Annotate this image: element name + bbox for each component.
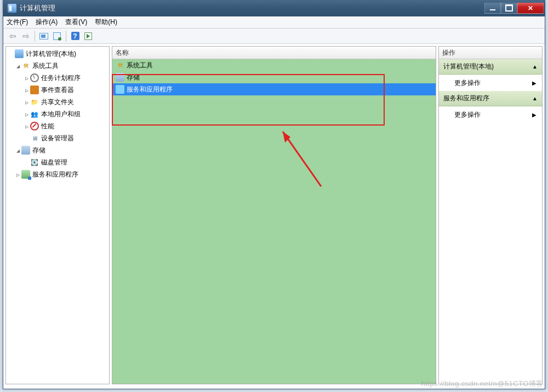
actions-group-computer-mgmt[interactable]: 计算机管理(本地) ▲ <box>439 59 542 75</box>
tree-label: 存储 <box>32 146 45 155</box>
action-more-2[interactable]: 更多操作 ▶ <box>439 106 542 123</box>
chevron-up-icon: ▲ <box>532 64 538 70</box>
expand-icon[interactable]: ▷ <box>24 111 30 117</box>
list-label: 存储 <box>127 73 140 82</box>
toolbar-separator <box>66 31 66 42</box>
expand-icon[interactable]: ▷ <box>15 172 21 178</box>
tree-task-scheduler[interactable]: ▷ 任务计划程序 <box>6 72 109 84</box>
tools-icon <box>21 61 30 70</box>
app-icon <box>8 4 16 13</box>
back-button[interactable] <box>7 30 19 42</box>
list-label: 系统工具 <box>127 61 153 70</box>
window-title: 计算机管理 <box>20 3 484 13</box>
action-label: 更多操作 <box>454 110 481 120</box>
tree-label: 服务和应用程序 <box>32 170 78 179</box>
performance-icon <box>30 122 39 130</box>
tree-sys-tools[interactable]: ◢ 系统工具 <box>6 60 109 72</box>
list-item-storage[interactable]: 存储 <box>112 71 436 83</box>
forward-button[interactable] <box>20 30 32 42</box>
chevron-right-icon: ▶ <box>532 112 536 118</box>
body: 计算机管理(本地) ◢ 系统工具 ▷ 任务计划程序 ▷ 事件查看器 <box>3 44 545 387</box>
tree-services-apps[interactable]: ▷ 服务和应用程序 <box>6 168 109 180</box>
group-label: 服务和应用程序 <box>443 94 489 103</box>
tree-label: 设备管理器 <box>41 134 74 143</box>
tree-disk-mgmt[interactable]: 磁盘管理 <box>6 156 109 168</box>
services-icon <box>116 85 124 94</box>
menu-view[interactable]: 查看(V) <box>65 18 87 27</box>
list-item-services-apps[interactable]: 服务和应用程序 <box>112 83 436 95</box>
event-icon <box>30 86 39 94</box>
list-body[interactable]: 系统工具 存储 服务和应用程序 <box>112 59 436 384</box>
chevron-right-icon: ▶ <box>532 80 536 86</box>
tree-panel: 计算机管理(本地) ◢ 系统工具 ▷ 任务计划程序 ▷ 事件查看器 <box>5 46 110 384</box>
actions-group-services-apps[interactable]: 服务和应用程序 ▲ <box>439 91 542 106</box>
column-label: 名称 <box>116 48 129 58</box>
tree[interactable]: 计算机管理(本地) ◢ 系统工具 ▷ 任务计划程序 ▷ 事件查看器 <box>6 47 109 384</box>
action-more-1[interactable]: 更多操作 ▶ <box>439 75 542 91</box>
expand-icon[interactable]: ▷ <box>24 87 30 93</box>
list-item-sys-tools[interactable]: 系统工具 <box>112 59 436 71</box>
list-panel: 名称 系统工具 存储 服务和应用程序 <box>112 46 436 384</box>
tree-label: 任务计划程序 <box>41 73 81 83</box>
expand-icon[interactable]: ▷ <box>24 99 30 105</box>
tree-performance[interactable]: ▷ 性能 <box>6 120 109 132</box>
tree-local-users[interactable]: ▷ 本地用户和组 <box>6 108 109 120</box>
tree-label: 事件查看器 <box>41 86 74 95</box>
action-label: 更多操作 <box>454 78 481 88</box>
services-icon <box>21 170 30 179</box>
tree-root[interactable]: 计算机管理(本地) <box>6 48 109 60</box>
actions-panel: 操作 计算机管理(本地) ▲ 更多操作 ▶ 服务和应用程序 ▲ 更多操作 ▶ <box>438 46 543 384</box>
window-buttons <box>484 3 544 14</box>
watermark: https://blog.csdn.net/n@51CTO博客 <box>421 379 544 389</box>
tree-storage[interactable]: ◢ 存储 <box>6 144 109 156</box>
expand-icon[interactable]: ▷ <box>24 75 30 81</box>
tree-label: 计算机管理(本地) <box>26 49 76 59</box>
tree-label: 性能 <box>41 122 54 131</box>
tree-device-manager[interactable]: 设备管理器 <box>6 132 109 144</box>
menu-help[interactable]: 帮助(H) <box>95 18 117 27</box>
actions-title: 操作 <box>442 48 455 58</box>
disk-icon <box>30 158 39 167</box>
storage-icon <box>116 73 124 82</box>
properties-button[interactable] <box>51 30 63 42</box>
collapse-icon[interactable]: ◢ <box>15 147 21 154</box>
tree-label: 磁盘管理 <box>41 158 67 167</box>
minimize-button[interactable] <box>484 3 501 14</box>
toolbar: ? <box>3 29 545 44</box>
menu-file[interactable]: 文件(F) <box>7 18 28 27</box>
toolbar-separator <box>35 31 35 42</box>
clock-icon <box>30 73 39 82</box>
help-button[interactable]: ? <box>69 30 81 42</box>
device-mgr-icon <box>30 134 39 143</box>
folder-share-icon <box>30 98 39 106</box>
menu-action[interactable]: 操作(A) <box>36 18 58 27</box>
chevron-up-icon: ▲ <box>532 95 538 101</box>
computer-mgmt-icon <box>15 49 24 58</box>
tree-label: 共享文件夹 <box>41 98 74 107</box>
tree-event-viewer[interactable]: ▷ 事件查看器 <box>6 84 109 96</box>
tree-label: 系统工具 <box>32 61 59 71</box>
close-button[interactable] <box>517 3 544 14</box>
tree-shared-folders[interactable]: ▷ 共享文件夹 <box>6 96 109 108</box>
titlebar[interactable]: 计算机管理 <box>3 0 545 16</box>
app-window: 计算机管理 文件(F) 操作(A) 查看(V) 帮助(H) ? <box>3 0 545 389</box>
group-label: 计算机管理(本地) <box>443 62 494 71</box>
show-hide-tree-button[interactable] <box>38 30 50 42</box>
tools-icon <box>116 61 124 70</box>
users-icon <box>30 110 39 118</box>
actions-header: 操作 <box>439 47 542 59</box>
list-label: 服务和应用程序 <box>127 85 173 94</box>
expand-icon[interactable]: ▷ <box>24 123 30 129</box>
collapse-icon[interactable]: ◢ <box>15 63 21 69</box>
run-button[interactable] <box>82 30 94 42</box>
menubar: 文件(F) 操作(A) 查看(V) 帮助(H) <box>3 16 545 29</box>
column-header-name[interactable]: 名称 <box>112 47 436 59</box>
maximize-button[interactable] <box>501 3 517 14</box>
tree-label: 本地用户和组 <box>41 110 81 119</box>
storage-icon <box>21 146 30 155</box>
